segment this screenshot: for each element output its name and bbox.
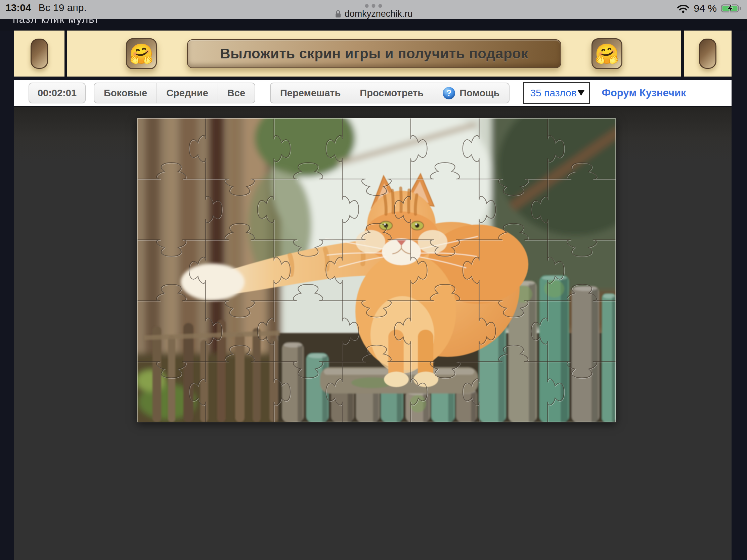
piece-filter-group: Боковые Средние Все [94, 83, 255, 103]
help-label: Помощь [460, 88, 499, 99]
banner-separator [681, 31, 684, 77]
address-bar-grabber-icon[interactable] [365, 4, 382, 8]
forum-link[interactable]: Форум Кузнечик [601, 87, 686, 99]
date: Вс 19 апр. [38, 2, 87, 14]
hug-emoji-icon: 🤗 [129, 44, 154, 63]
preview-button[interactable]: Просмотреть [350, 83, 433, 103]
timer-display: 00:02:01 [29, 83, 86, 103]
banner-title-text: Выложить скрин игры и получить подарок [220, 46, 529, 62]
filter-middles-button[interactable]: Средние [157, 83, 218, 103]
banner-main-section: 🤗 Выложить скрин игры и получить подарок… [67, 31, 681, 77]
battery-charging-icon [721, 3, 742, 14]
pieces-count-select[interactable]: 35 пазлов [523, 82, 590, 104]
hug-emoji-badge-left: 🤗 [126, 38, 157, 69]
banner-left-section [14, 31, 65, 77]
url-text: domkyznechik.ru [344, 9, 413, 19]
status-time-date: 13:04 Вс 19 апр. [5, 2, 87, 14]
banner-pill-left [31, 38, 48, 69]
promo-banner: 🤗 Выложить скрин игры и получить подарок… [14, 31, 731, 77]
clipped-page-heading: пазл клик мульт [13, 19, 99, 26]
banner-right-section [684, 31, 731, 77]
status-indicators: 94 % [676, 3, 742, 14]
banner-separator [65, 31, 67, 77]
banner-title[interactable]: Выложить скрин игры и получить подарок [187, 39, 561, 68]
banner-pill-right [699, 38, 716, 69]
help-globe-icon: ? [443, 87, 455, 99]
caret-down-icon [578, 90, 585, 96]
status-bar: 13:04 Вс 19 апр. domkyznechik.ru 94 % [0, 0, 747, 19]
actions-group: Перемешать Просмотреть ? Помощь [270, 83, 510, 103]
filter-all-button[interactable]: Все [218, 83, 255, 103]
game-toolbar: 00:02:01 Боковые Средние Все Перемешать … [14, 80, 731, 106]
help-button[interactable]: ? Помощь [433, 83, 509, 103]
clock: 13:04 [5, 2, 31, 14]
filter-edges-button[interactable]: Боковые [94, 83, 157, 103]
puzzle-canvas[interactable] [137, 118, 616, 422]
page-top-strip: пазл клик мульт [0, 19, 747, 31]
hug-emoji-badge-right: 🤗 [591, 38, 622, 69]
battery-percent: 94 % [694, 3, 717, 14]
address-bar[interactable]: domkyznechik.ru [335, 9, 413, 19]
puzzle-board-area [14, 106, 731, 560]
pieces-count-value: 35 пазлов [530, 87, 576, 99]
hug-emoji-icon: 🤗 [595, 44, 619, 63]
wifi-icon [676, 3, 690, 14]
lock-icon [335, 9, 342, 19]
shuffle-button[interactable]: Перемешать [271, 83, 350, 103]
